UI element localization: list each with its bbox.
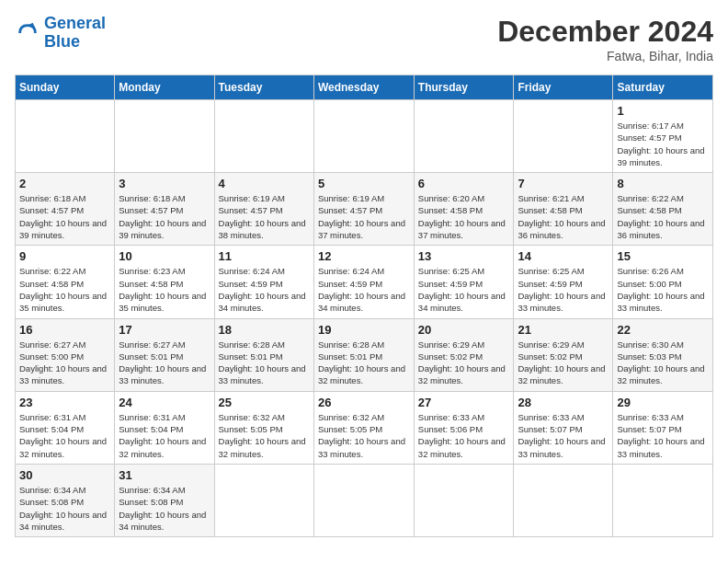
day-detail: Sunrise: 6:27 AM Sunset: 5:01 PM Dayligh… <box>119 339 210 387</box>
day-detail: Sunrise: 6:31 AM Sunset: 5:04 PM Dayligh… <box>119 411 210 460</box>
day-number: 7 <box>518 177 609 190</box>
day-number: 1 <box>617 104 709 118</box>
logo-text-blue: Blue <box>44 32 80 51</box>
day-number: 5 <box>318 177 410 190</box>
table-row <box>214 100 313 173</box>
day-number: 13 <box>418 249 510 263</box>
table-row: 30 Sunrise: 6:34 AM Sunset: 5:08 PM Dayl… <box>16 464 115 536</box>
table-row <box>16 100 115 173</box>
table-row: 31 Sunrise: 6:34 AM Sunset: 5:08 PM Dayl… <box>115 464 214 536</box>
calendar-header-row: Sunday Monday Tuesday Wednesday Thursday… <box>16 75 713 100</box>
day-number: 8 <box>617 177 709 190</box>
day-detail: Sunrise: 6:34 AM Sunset: 5:08 PM Dayligh… <box>19 484 110 533</box>
table-row <box>313 464 414 536</box>
day-number: 17 <box>119 323 210 337</box>
day-detail: Sunrise: 6:18 AM Sunset: 4:57 PM Dayligh… <box>19 192 110 241</box>
month-title: December 2024 <box>497 15 713 49</box>
table-row: 5 Sunrise: 6:19 AM Sunset: 4:57 PM Dayli… <box>313 173 414 246</box>
calendar-week-row: 23 Sunrise: 6:31 AM Sunset: 5:04 PM Dayl… <box>16 391 713 464</box>
table-row: 7 Sunrise: 6:21 AM Sunset: 4:58 PM Dayli… <box>514 173 613 246</box>
table-row: 28 Sunrise: 6:33 AM Sunset: 5:07 PM Dayl… <box>514 391 613 464</box>
day-number: 28 <box>518 396 609 409</box>
day-number: 10 <box>119 249 210 263</box>
col-thursday: Thursday <box>414 75 514 100</box>
day-number: 29 <box>617 396 709 409</box>
day-detail: Sunrise: 6:28 AM Sunset: 5:01 PM Dayligh… <box>318 339 410 387</box>
table-row: 2 Sunrise: 6:18 AM Sunset: 4:57 PM Dayli… <box>16 173 115 246</box>
title-section: December 2024 Fatwa, Bihar, India <box>497 15 713 63</box>
day-detail: Sunrise: 6:19 AM Sunset: 4:57 PM Dayligh… <box>318 192 410 241</box>
table-row <box>514 100 613 173</box>
day-number: 2 <box>19 177 110 190</box>
day-number: 25 <box>219 396 310 409</box>
table-row: 17 Sunrise: 6:27 AM Sunset: 5:01 PM Dayl… <box>115 318 214 391</box>
day-number: 15 <box>617 249 709 263</box>
table-row <box>214 464 313 536</box>
day-detail: Sunrise: 6:33 AM Sunset: 5:07 PM Dayligh… <box>617 411 709 460</box>
table-row: 14 Sunrise: 6:25 AM Sunset: 4:59 PM Dayl… <box>514 246 613 318</box>
day-detail: Sunrise: 6:23 AM Sunset: 4:58 PM Dayligh… <box>119 265 210 314</box>
calendar-week-row: 16 Sunrise: 6:27 AM Sunset: 5:00 PM Dayl… <box>16 318 713 391</box>
day-number: 4 <box>219 177 310 190</box>
table-row: 21 Sunrise: 6:29 AM Sunset: 5:02 PM Dayl… <box>514 318 613 391</box>
table-row: 8 Sunrise: 6:22 AM Sunset: 4:58 PM Dayli… <box>613 173 713 246</box>
table-row: 6 Sunrise: 6:20 AM Sunset: 4:58 PM Dayli… <box>414 173 514 246</box>
logo-text-general: General <box>44 14 106 32</box>
day-detail: Sunrise: 6:19 AM Sunset: 4:57 PM Dayligh… <box>219 192 310 241</box>
day-detail: Sunrise: 6:18 AM Sunset: 4:57 PM Dayligh… <box>119 192 210 241</box>
day-detail: Sunrise: 6:26 AM Sunset: 5:00 PM Dayligh… <box>617 265 709 314</box>
calendar-table: Sunday Monday Tuesday Wednesday Thursday… <box>15 75 713 537</box>
day-number: 11 <box>219 249 310 263</box>
table-row: 22 Sunrise: 6:30 AM Sunset: 5:03 PM Dayl… <box>613 318 713 391</box>
col-tuesday: Tuesday <box>214 75 313 100</box>
table-row: 27 Sunrise: 6:33 AM Sunset: 5:06 PM Dayl… <box>414 391 514 464</box>
table-row <box>414 464 514 536</box>
day-detail: Sunrise: 6:30 AM Sunset: 5:03 PM Dayligh… <box>617 339 709 387</box>
day-number: 6 <box>418 177 510 190</box>
table-row <box>514 464 613 536</box>
day-detail: Sunrise: 6:34 AM Sunset: 5:08 PM Dayligh… <box>119 484 210 533</box>
table-row: 10 Sunrise: 6:23 AM Sunset: 4:58 PM Dayl… <box>115 246 214 318</box>
calendar-week-row: 9 Sunrise: 6:22 AM Sunset: 4:58 PM Dayli… <box>16 246 713 318</box>
table-row: 9 Sunrise: 6:22 AM Sunset: 4:58 PM Dayli… <box>16 246 115 318</box>
table-row: 29 Sunrise: 6:33 AM Sunset: 5:07 PM Dayl… <box>613 391 713 464</box>
day-detail: Sunrise: 6:32 AM Sunset: 5:05 PM Dayligh… <box>219 411 310 460</box>
logo: General Blue <box>15 15 106 52</box>
table-row <box>613 464 713 536</box>
page-header: General Blue December 2024 Fatwa, Bihar,… <box>15 15 713 63</box>
day-detail: Sunrise: 6:33 AM Sunset: 5:06 PM Dayligh… <box>418 411 510 460</box>
day-number: 14 <box>518 249 609 263</box>
day-number: 24 <box>119 396 210 409</box>
calendar-week-row: 2 Sunrise: 6:18 AM Sunset: 4:57 PM Dayli… <box>16 173 713 246</box>
table-row: 4 Sunrise: 6:19 AM Sunset: 4:57 PM Dayli… <box>214 173 313 246</box>
day-detail: Sunrise: 6:21 AM Sunset: 4:58 PM Dayligh… <box>518 192 609 241</box>
location-subtitle: Fatwa, Bihar, India <box>497 49 713 63</box>
table-row: 12 Sunrise: 6:24 AM Sunset: 4:59 PM Dayl… <box>313 246 414 318</box>
day-detail: Sunrise: 6:20 AM Sunset: 4:58 PM Dayligh… <box>418 192 510 241</box>
col-friday: Friday <box>514 75 613 100</box>
day-number: 26 <box>318 396 410 409</box>
day-detail: Sunrise: 6:24 AM Sunset: 4:59 PM Dayligh… <box>219 265 310 314</box>
table-row: 15 Sunrise: 6:26 AM Sunset: 5:00 PM Dayl… <box>613 246 713 318</box>
table-row: 13 Sunrise: 6:25 AM Sunset: 4:59 PM Dayl… <box>414 246 514 318</box>
day-detail: Sunrise: 6:22 AM Sunset: 4:58 PM Dayligh… <box>617 192 709 241</box>
day-number: 22 <box>617 323 709 337</box>
calendar-week-row: 30 Sunrise: 6:34 AM Sunset: 5:08 PM Dayl… <box>16 464 713 536</box>
table-row: 11 Sunrise: 6:24 AM Sunset: 4:59 PM Dayl… <box>214 246 313 318</box>
day-number: 30 <box>19 468 110 482</box>
day-number: 3 <box>119 177 210 190</box>
table-row <box>313 100 414 173</box>
day-detail: Sunrise: 6:22 AM Sunset: 4:58 PM Dayligh… <box>19 265 110 314</box>
col-saturday: Saturday <box>613 75 713 100</box>
table-row: 1 Sunrise: 6:17 AM Sunset: 4:57 PM Dayli… <box>613 100 713 173</box>
table-row: 26 Sunrise: 6:32 AM Sunset: 5:05 PM Dayl… <box>313 391 414 464</box>
day-number: 23 <box>19 396 110 409</box>
logo-icon <box>15 20 40 46</box>
day-detail: Sunrise: 6:27 AM Sunset: 5:00 PM Dayligh… <box>19 339 110 387</box>
day-number: 18 <box>219 323 310 337</box>
day-number: 21 <box>518 323 609 337</box>
calendar-week-row: 1 Sunrise: 6:17 AM Sunset: 4:57 PM Dayli… <box>16 100 713 173</box>
day-number: 12 <box>318 249 410 263</box>
day-detail: Sunrise: 6:32 AM Sunset: 5:05 PM Dayligh… <box>318 411 410 460</box>
table-row: 18 Sunrise: 6:28 AM Sunset: 5:01 PM Dayl… <box>214 318 313 391</box>
